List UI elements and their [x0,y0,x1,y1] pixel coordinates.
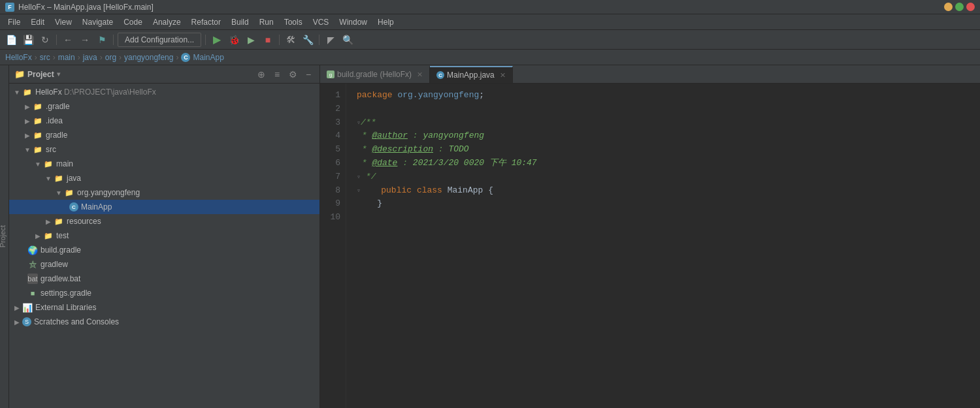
menu-navigate[interactable]: Navigate [77,16,118,28]
locate-file-button[interactable]: ⊕ [255,69,267,80]
tree-item-mainapp-name: MainApp [81,202,112,212]
tree-item-gradlew-bat[interactable]: bat gradlew.bat [9,272,319,286]
build-button[interactable]: 🛠 [284,33,298,47]
stop-button[interactable]: ■ [261,33,275,47]
tab-mainapp-java[interactable]: C MainApp.java ✕ [430,66,513,83]
new-file-button[interactable]: 📄 [4,33,18,47]
breadcrumb-org[interactable]: org [105,53,116,62]
menu-bar: File Edit View Navigate Code Analyze Ref… [0,14,980,30]
app-icon: F [5,3,14,12]
tree-item-build-gradle-name: build.gradle [41,245,81,255]
toolbar-separator-3 [205,35,206,45]
close-button[interactable] [966,3,975,11]
tree-item-src-name: src [46,145,56,154]
toggle-layout-button[interactable]: ◤ [323,33,338,47]
breadcrumb-src[interactable]: src [40,53,50,62]
panel-dropdown-arrow[interactable]: ▾ [57,71,60,78]
folder-package-icon: 📁 [64,187,74,198]
menu-tools[interactable]: Tools [279,16,308,28]
panel-settings-button[interactable]: ⚙ [287,69,299,80]
search-everywhere-button[interactable]: 🔍 [340,33,355,47]
project-panel: Project 📁 Project ▾ ⊕ ≡ ⚙ − [0,65,320,408]
title-bar: F HelloFx – MainApp.java [HelloFx.main] [0,0,980,14]
breadcrumb-mainapp[interactable]: C MainApp [181,53,223,62]
tree-item-mainapp[interactable]: C MainApp [9,200,319,214]
gradle-file-icon: 🌍 [27,245,38,255]
back-button[interactable]: ← [61,33,75,47]
run-button[interactable]: ▶ [210,33,224,47]
menu-analyze[interactable]: Analyze [148,16,186,28]
tab-mainapp-java-close[interactable]: ✕ [500,71,506,80]
folder-src-icon: 📁 [33,144,43,155]
tree-item-settings-gradle[interactable]: ■ settings.gradle [9,286,319,300]
tree-arrow-scratches: ▶ [12,319,22,326]
line-numbers: 1 2 3 4 5 6 7 8 9 10 [320,84,346,408]
tree-item-idea-name: .idea [46,116,63,125]
tree-item-external-libraries[interactable]: ▶ 📊 External Libraries [9,300,319,315]
tree-item-idea[interactable]: ▶ 📁 .idea [9,114,319,128]
tree-arrow-src: ▼ [22,146,33,153]
breadcrumb-yangyongfeng[interactable]: yangyongfeng [124,53,173,62]
breadcrumb-hellofx[interactable]: HelloFx [5,53,32,62]
close-panel-button[interactable]: − [302,69,314,80]
main-area: Project 📁 Project ▾ ⊕ ≡ ⚙ − [0,65,980,408]
menu-window[interactable]: Window [334,16,372,28]
tab-build-gradle-close[interactable]: ✕ [417,71,423,79]
panel-title-text: Project [27,70,54,79]
menu-help[interactable]: Help [372,16,399,28]
maximize-button[interactable] [955,3,964,11]
panel-title: 📁 Project ▾ [14,69,60,79]
tree-item-test[interactable]: ▶ 📁 test [9,228,319,243]
tree-item-gradle-folder[interactable]: ▶ 📁 gradle [9,128,319,142]
breadcrumb: HelloFx › src › main › java › org › yang… [0,50,980,65]
java-file-icon: C [69,202,78,212]
tree-item-resources[interactable]: ▶ 📁 resources [9,214,319,228]
run-tasks-button[interactable]: 🔧 [301,33,315,47]
window-title: HelloFx – MainApp.java [HelloFx.main] [18,3,154,12]
tree-item-settings-gradle-name: settings.gradle [41,289,91,298]
tree-item-build-gradle[interactable]: 🌍 build.gradle [9,243,319,257]
code-line-7: ▿ */ [357,170,970,184]
tree-item-main[interactable]: ▼ 📁 main [9,157,319,171]
tree-item-java[interactable]: ▼ 📁 java [9,171,319,185]
menu-edit[interactable]: Edit [25,16,50,28]
sync-button[interactable]: ↻ [38,33,52,47]
save-button[interactable]: 💾 [21,33,35,47]
collapse-all-button[interactable]: ≡ [271,69,283,80]
add-configuration-button[interactable]: Add Configuration... [118,33,201,47]
tree-item-scratches[interactable]: ▶ S Scratches and Consoles [9,315,319,329]
coverage-button[interactable]: ▶ [244,33,258,47]
tree-arrow-external-libraries: ▶ [12,304,22,311]
menu-file[interactable]: File [3,16,25,28]
breadcrumb-java[interactable]: java [83,53,97,62]
menu-vcs[interactable]: VCS [308,16,335,28]
breadcrumb-sep-5: › [119,53,122,62]
menu-code[interactable]: Code [118,16,148,28]
tree-item-package-name: org.yangyongfeng [77,188,140,197]
menu-run[interactable]: Run [254,16,279,28]
minimize-button[interactable] [944,3,953,11]
bookmark-button[interactable]: ⚑ [95,33,109,47]
code-content[interactable]: package org.yangyongfeng; ▿/** * @author… [346,84,980,408]
tree-item-gradle-hidden[interactable]: ▶ 📁 .gradle [9,99,319,114]
project-side-tab[interactable]: Project [0,225,7,247]
menu-build[interactable]: Build [226,16,254,28]
debug-button[interactable]: 🐞 [227,33,241,47]
breadcrumb-main[interactable]: main [58,53,75,62]
folder-icon: 📁 [14,69,25,79]
side-tab-container: Project [0,65,9,408]
tree-root-hellofx[interactable]: ▼ 📁 HelloFx D:\PROJECT\java\HelloFx [9,85,319,99]
forward-button[interactable]: → [78,33,92,47]
window-controls [944,3,975,11]
breadcrumb-sep-4: › [100,53,103,62]
tree-item-package[interactable]: ▼ 📁 org.yangyongfeng [9,185,319,200]
menu-refactor[interactable]: Refactor [186,16,226,28]
tree-item-scratches-name: Scratches and Consoles [34,317,119,326]
code-line-6: * @date : 2021/3/20 0020 下午 10:47 [357,157,970,170]
code-editor[interactable]: 1 2 3 4 5 6 7 8 9 10 package org.yangyon… [320,84,980,408]
gradlew-file-icon: ⛤ [27,259,38,270]
menu-view[interactable]: View [50,16,77,28]
tree-item-src[interactable]: ▼ 📁 src [9,142,319,157]
tree-item-gradlew[interactable]: ⛤ gradlew [9,257,319,272]
tab-build-gradle[interactable]: g build.gradle (HelloFx) ✕ [320,66,430,83]
